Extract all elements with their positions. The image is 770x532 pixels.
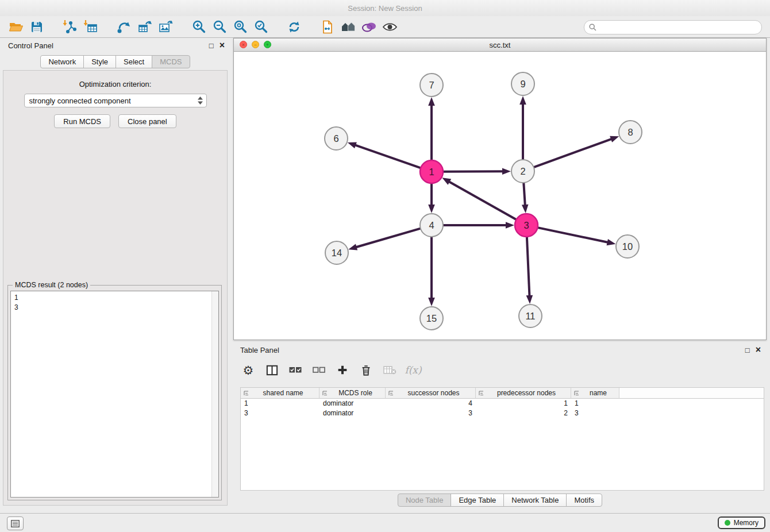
table-tab-network-table[interactable]: Network Table [503,494,567,507]
graph-node-1[interactable]: 1 [420,160,443,183]
save-session-button[interactable] [26,18,47,36]
zoom-selected-button[interactable] [251,18,271,36]
import-network-button[interactable] [60,18,80,36]
window-close-icon[interactable]: × [240,41,247,48]
svg-text:9: 9 [520,79,525,89]
graph-edge-3-1[interactable] [449,182,517,219]
table-row[interactable]: 1dominator411 [241,399,764,408]
column-header-shared-name[interactable]: shared name [241,388,319,399]
graph-node-10[interactable]: 10 [616,235,639,258]
zoom-in-button[interactable] [188,18,209,36]
network-table-button[interactable] [134,18,155,36]
column-header-successor-nodes[interactable]: successor nodes [386,388,476,399]
close-table-panel-icon[interactable]: × [756,345,761,354]
apply-style-button[interactable] [359,18,379,36]
graph-node-7[interactable]: 7 [420,74,443,97]
table-cell-mcds-role[interactable]: dominator [319,399,386,408]
refresh-layout-button[interactable] [284,18,305,36]
graph-edge-4-14[interactable] [356,229,421,248]
table-settings-button[interactable]: ⚙ [239,361,257,379]
clone-network-button[interactable] [114,18,134,36]
select-all-button[interactable] [286,361,305,379]
table-cell-successor-nodes[interactable]: 4 [386,399,476,408]
column-header-predecessor-nodes[interactable]: predecessor nodes [476,388,571,399]
function-builder-button[interactable]: f(x) [404,361,422,379]
float-table-panel-icon[interactable]: □ [745,346,750,354]
table-tab-edge-table[interactable]: Edge Table [451,494,504,507]
graph-edge-3-11[interactable] [527,237,530,296]
tab-mcds[interactable]: MCDS [152,55,190,68]
table-cell-predecessor-nodes[interactable]: 1 [476,399,571,408]
graph-node-15[interactable]: 15 [420,307,443,330]
graph-node-6[interactable]: 6 [325,127,348,150]
network-window-titlebar[interactable]: × − + scc.txt [234,38,766,52]
graph-node-14[interactable]: 14 [325,241,348,264]
memory-button[interactable]: Memory [718,516,765,529]
criterion-dropdown[interactable]: strongly connected component [24,94,207,107]
open-session-button[interactable] [6,18,26,36]
table-cell-name[interactable]: 3 [571,408,619,418]
network-canvas[interactable]: 7968124314101511 [234,52,766,340]
home-button[interactable] [338,18,359,36]
import-table-button[interactable] [80,18,101,36]
window-zoom-icon[interactable]: + [264,41,271,48]
table-panel-title: Table Panel [240,346,279,354]
zoom-out-button[interactable] [209,18,230,36]
tab-select[interactable]: Select [116,55,152,68]
search-box[interactable] [584,20,762,34]
column-header-name[interactable]: name [571,388,619,399]
graph-edge-3-10[interactable] [538,228,609,242]
graph-node-8[interactable]: 8 [619,121,642,144]
close-panel-button[interactable]: Close panel [118,114,176,128]
show-columns-button[interactable] [263,361,281,379]
mcds-result-group: MCDS result (2 nodes) 13 [7,285,222,500]
svg-text:14: 14 [332,248,342,258]
run-mcds-button[interactable]: Run MCDS [54,114,110,128]
dropdown-stepper-icon [197,95,204,106]
gear-icon: ⚙ [243,364,254,376]
mcds-result-list[interactable]: 13 [10,291,219,498]
table-cell-predecessor-nodes[interactable]: 2 [476,408,571,418]
table-cell-shared-name[interactable]: 3 [241,408,319,418]
duplicate-document-button[interactable] [317,18,338,36]
column-header-mcds-role[interactable]: MCDS role [319,388,386,399]
graph-node-9[interactable]: 9 [511,72,534,95]
tab-network[interactable]: Network [40,55,84,68]
table-cell-mcds-role[interactable]: dominator [319,408,386,418]
add-column-button[interactable] [333,361,352,379]
column-sort-icon [478,390,484,396]
graph-node-11[interactable]: 11 [519,304,542,327]
show-hide-button[interactable] [379,18,400,36]
list-icon [11,520,20,527]
table-tab-motifs[interactable]: Motifs [566,494,602,507]
zoom-fit-button[interactable] [230,18,251,36]
graph-edge-arrowhead [607,239,616,245]
window-minimize-icon[interactable]: − [252,41,259,48]
table-row[interactable]: 3dominator323 [241,408,764,418]
export-image-button[interactable] [155,18,176,36]
table-cell-name[interactable]: 1 [571,399,619,408]
tab-style[interactable]: Style [83,55,116,68]
result-scrollbar[interactable] [211,291,218,497]
search-input[interactable] [599,22,757,32]
graph-edge-1-6[interactable] [355,145,421,168]
column-sort-icon [573,390,580,396]
svg-text:3: 3 [523,220,529,230]
graph-edge-1-2[interactable] [443,171,503,172]
table-header-row: shared nameMCDS rolesuccessor nodesprede… [241,388,764,399]
zoom-selected-icon [254,20,268,34]
table-cell-shared-name[interactable]: 1 [241,399,319,408]
close-panel-icon[interactable]: × [220,41,225,50]
deselect-all-button[interactable] [310,361,328,379]
table-tab-node-table[interactable]: Node Table [398,494,452,507]
float-panel-icon[interactable]: □ [209,42,214,49]
graph-node-4[interactable]: 4 [420,214,443,237]
graph-node-3[interactable]: 3 [515,214,538,237]
table-cell-successor-nodes[interactable]: 3 [386,408,476,418]
delete-table-button[interactable] [380,361,399,379]
delete-column-button[interactable] [357,361,375,379]
graph-edge-2-3[interactable] [523,183,525,206]
graph-edge-2-8[interactable] [534,139,612,168]
panel-menu-button[interactable] [7,516,24,530]
graph-node-2[interactable]: 2 [511,160,534,183]
